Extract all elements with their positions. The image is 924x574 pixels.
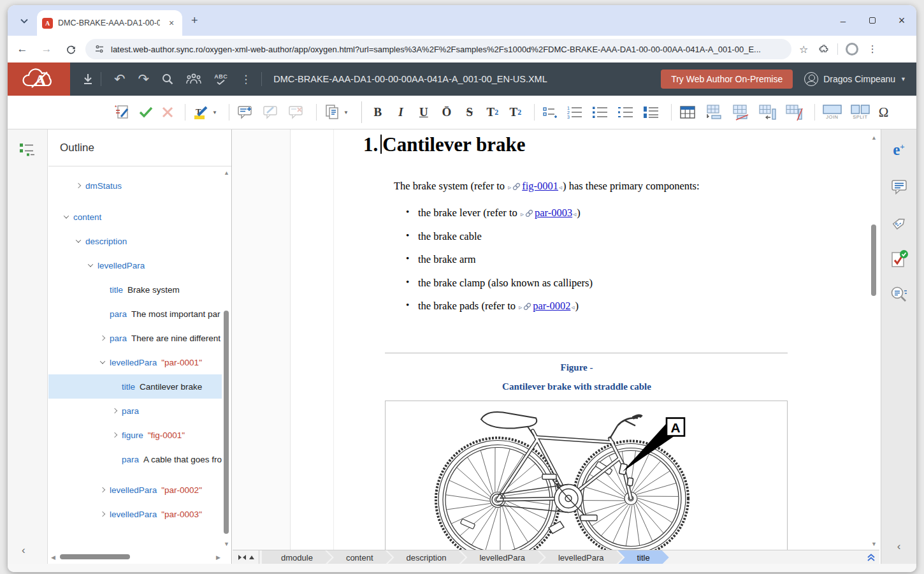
download-button[interactable] [83, 73, 93, 85]
new-tab-button[interactable]: + [191, 14, 198, 27]
insert-column-button[interactable] [758, 103, 776, 122]
scroll-up-icon[interactable]: ▲ [224, 170, 229, 176]
chevron-right-icon[interactable] [113, 433, 122, 437]
scroll-down-icon[interactable]: ▼ [224, 541, 229, 547]
attributes-panel-button[interactable] [890, 214, 908, 232]
tab-search-button[interactable] [15, 13, 33, 29]
edit-comment-button[interactable] [263, 103, 279, 122]
highlight-button[interactable]: T ▼ [193, 103, 217, 122]
outline-item-para-nine-different[interactable]: para There are nine different [48, 326, 222, 350]
spell-check-button[interactable]: ABC [214, 73, 227, 85]
insert-table-button[interactable] [679, 103, 696, 122]
maximize-button[interactable] [858, 5, 887, 36]
split-cells-button[interactable]: SPLIT [851, 103, 870, 122]
breadcrumb-item-levelledpara[interactable]: levelledPara [460, 550, 544, 564]
internal-ref-link[interactable]: fig-0001 [522, 180, 558, 192]
user-menu[interactable]: Dragos Cimpeanu ▼ [804, 72, 906, 86]
collapse-right-panel-button[interactable]: ‹ [897, 540, 901, 553]
address-bar[interactable]: latest.web-author.sync.ro/oxygen-xml-web… [85, 39, 791, 59]
validation-panel-button[interactable] [890, 249, 909, 269]
tab-close-icon[interactable]: × [166, 17, 177, 29]
insert-row-button[interactable] [705, 103, 723, 122]
accept-change-button[interactable] [139, 103, 153, 122]
more-options-kebab-icon[interactable]: ⋮ [240, 73, 251, 86]
scrollbar-thumb[interactable] [871, 224, 876, 296]
outline-item-levelledpara-par-0001[interactable]: levelledPara "par-0001" [48, 350, 222, 374]
outline-vertical-scrollbar[interactable]: ▲ ▼ [222, 167, 231, 548]
chevron-right-icon[interactable] [101, 488, 110, 492]
underline-button[interactable]: U [417, 103, 431, 122]
breadcrumb-item-levelledpara-2[interactable]: levelledPara [539, 550, 623, 564]
outline-item-description[interactable]: description [48, 229, 222, 253]
reload-button[interactable] [61, 40, 80, 59]
chevron-down-icon[interactable] [64, 215, 73, 219]
forward-button[interactable]: → [37, 40, 56, 59]
reject-change-button[interactable] [162, 103, 173, 122]
try-on-premise-button[interactable]: Try Web Author On-Premise [661, 70, 793, 89]
outline-item-levelledpara-par-0003[interactable]: levelledPara "par-0003" [48, 502, 222, 526]
dash-list-button[interactable] [617, 103, 634, 122]
delete-row-button[interactable] [732, 103, 749, 122]
special-characters-button[interactable]: Ω [879, 103, 889, 122]
subscript-button[interactable]: T2 [486, 103, 500, 122]
chevron-down-icon[interactable] [89, 263, 97, 267]
outline-panel-button[interactable] [19, 142, 36, 156]
outline-item-figure-fig-0001[interactable]: figure "fig-0001" [48, 423, 222, 447]
breadcrumb-item-title[interactable]: title [618, 550, 669, 564]
profile-avatar[interactable] [846, 43, 858, 55]
bookmark-star-icon[interactable]: ☆ [799, 43, 808, 55]
oxygen-logo[interactable]: A [8, 63, 70, 96]
chevron-right-icon[interactable] [101, 512, 110, 516]
minimize-button[interactable]: – [828, 5, 858, 36]
scroll-down-icon[interactable]: ▼ [871, 541, 877, 547]
bullet-list-button[interactable] [592, 103, 609, 122]
feedback-panel-button[interactable]: e+ [893, 141, 905, 159]
paste-special-button[interactable]: ▼ [324, 103, 349, 122]
editor-vertical-scrollbar[interactable]: ▲ ▼ [869, 129, 879, 550]
comments-panel-button[interactable] [891, 179, 907, 195]
scroll-up-icon[interactable]: ▲ [871, 135, 877, 141]
scrollbar-thumb[interactable] [224, 311, 229, 534]
close-button[interactable]: × [887, 5, 916, 36]
undo-button[interactable]: ↶ [114, 71, 126, 87]
expand-breadcrumb-button[interactable] [867, 550, 876, 564]
browser-menu-kebab-icon[interactable]: ⋮ [867, 43, 877, 55]
add-comment-button[interactable] [237, 103, 254, 122]
chevron-right-icon[interactable] [76, 184, 85, 188]
outline-item-para[interactable]: para [48, 399, 222, 423]
chevron-down-icon[interactable]: ▼ [343, 110, 349, 115]
chevron-right-icon[interactable] [113, 409, 122, 413]
internal-ref-link[interactable]: par-0003 [535, 207, 572, 219]
document-editor[interactable]: 1.Cantilever brake The brake system (ref… [233, 129, 868, 550]
chevron-down-icon[interactable] [76, 239, 85, 243]
outline-horizontal-scrollbar[interactable]: ◀ ▶ [50, 552, 222, 562]
search-button[interactable] [162, 73, 173, 85]
outline-item-para-cable[interactable]: para A cable that goes fro [48, 447, 222, 471]
scroll-right-icon[interactable]: ▶ [216, 554, 220, 561]
outline-item-title-cantilever-brake[interactable]: title Cantilever brake [48, 374, 222, 399]
outline-item-title-brake-system[interactable]: title Brake system [48, 277, 222, 302]
collaboration-users-button[interactable] [186, 73, 201, 85]
internal-ref-link[interactable]: par-0002 [533, 300, 570, 312]
collapse-left-panel-button[interactable]: ‹ [22, 544, 25, 557]
outline-item-para-most-important[interactable]: para The most important par [48, 302, 222, 326]
ordered-list-button[interactable]: 1 2 3 [567, 103, 583, 122]
chevron-right-icon[interactable] [101, 336, 110, 340]
scroll-left-icon[interactable]: ◀ [51, 554, 55, 561]
back-button[interactable]: ← [13, 40, 32, 59]
outline-item-content[interactable]: content [48, 205, 222, 229]
breadcrumb-item-description[interactable]: description [387, 550, 466, 564]
join-cells-button[interactable]: JOIN [823, 103, 842, 122]
outline-item-levelledpara-par-0002[interactable]: levelledPara "par-0002" [48, 478, 222, 502]
delete-column-button[interactable] [785, 103, 803, 122]
italic-button[interactable]: I [394, 103, 408, 122]
superscript-button[interactable]: T2 [509, 103, 523, 122]
delete-comment-button[interactable] [288, 103, 305, 122]
track-changes-button[interactable]: * [115, 103, 130, 122]
overline-button[interactable]: Ō [440, 103, 454, 122]
bold-button[interactable]: B [371, 103, 385, 122]
breadcrumb-item-dmodule[interactable]: dmodule [262, 550, 332, 564]
redo-button[interactable]: ↷ [138, 71, 150, 87]
chevron-down-icon[interactable] [101, 360, 110, 364]
extensions-icon[interactable] [818, 43, 830, 55]
